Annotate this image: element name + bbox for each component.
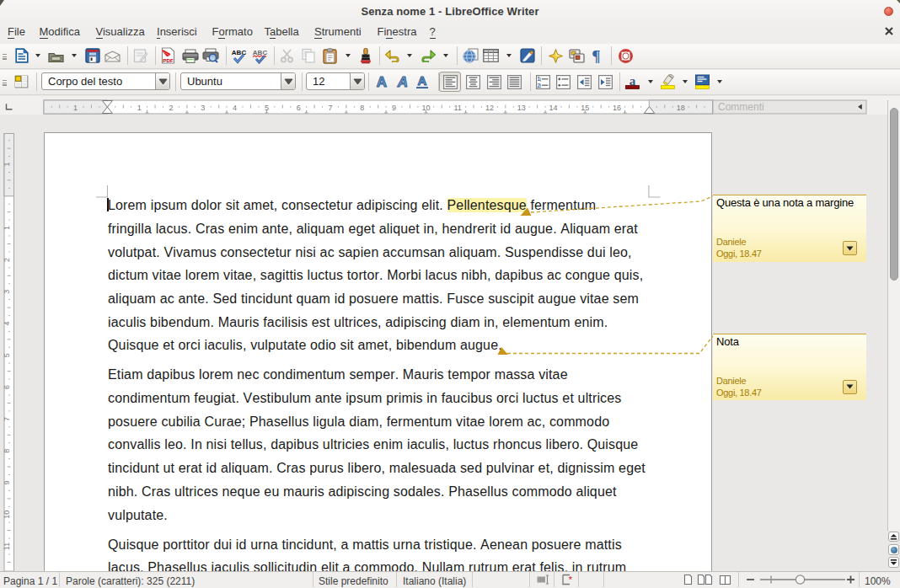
svg-text:11: 11: [453, 104, 461, 112]
svg-text:8: 8: [360, 104, 364, 112]
svg-text:A: A: [417, 74, 426, 88]
svg-text:7: 7: [328, 104, 332, 112]
svg-text:A: A: [377, 74, 387, 89]
svg-text:PDF: PDF: [163, 57, 174, 63]
svg-text:2: 2: [537, 82, 540, 88]
svg-text:12: 12: [485, 104, 494, 112]
svg-text:3: 3: [201, 104, 205, 112]
svg-text:*: *: [569, 575, 573, 585]
svg-text:6: 6: [297, 104, 301, 112]
svg-text:4: 4: [233, 104, 237, 112]
svg-text:ABC: ABC: [252, 49, 267, 56]
svg-text:18: 18: [677, 104, 685, 112]
svg-text:16: 16: [613, 104, 621, 112]
svg-text:14: 14: [549, 104, 557, 112]
svg-text:Commenti: Commenti: [718, 101, 764, 113]
svg-text:1: 1: [73, 104, 78, 112]
svg-text:1: 1: [137, 104, 142, 112]
svg-text:¶: ¶: [592, 48, 600, 63]
svg-text:1: 1: [537, 76, 540, 82]
svg-text:A: A: [396, 74, 407, 89]
svg-text:2: 2: [169, 104, 173, 112]
svg-text:9: 9: [392, 104, 396, 112]
svg-text:13: 13: [517, 104, 526, 112]
